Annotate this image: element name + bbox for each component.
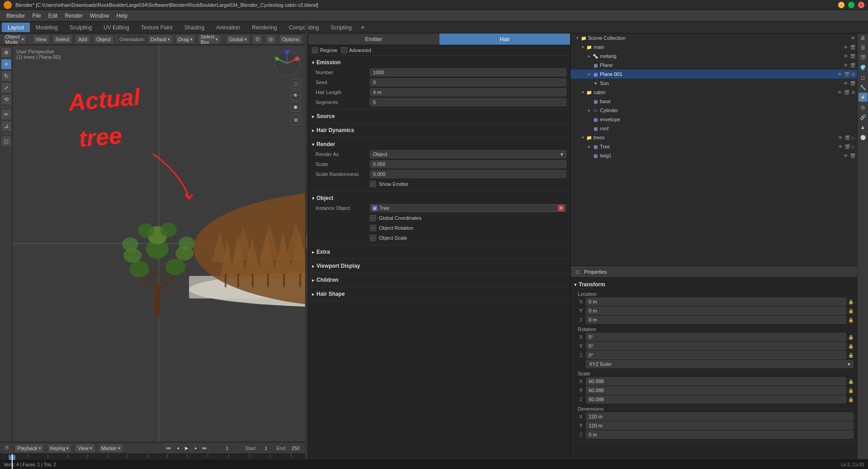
camera-view-btn[interactable]: 🎥 [291,79,301,89]
add-workspace-button[interactable]: + [358,23,368,33]
twig1-toggle[interactable] [586,152,592,159]
playback-menu[interactable]: Playback [14,444,44,453]
render-title[interactable]: Render [308,139,570,149]
hair-shape-title[interactable]: ▸ Hair Shape [308,289,570,299]
scene-col-toggle[interactable]: ▾ [574,35,580,41]
outliner-scene-collection[interactable]: ▾ 📁 Scene Collection 👁 [571,33,857,43]
tab-texture-paint[interactable]: Texture Paint [135,23,179,32]
current-frame-input[interactable]: 1 [219,444,235,452]
regrow-check-row[interactable]: Regrow [312,47,337,53]
rot-x-lock[interactable]: 🔒 [848,335,854,340]
scale-z-input[interactable]: 60.088 [586,395,846,403]
loc-x-input[interactable]: 0 m [586,298,846,306]
dim-z-input[interactable]: 0 m [586,431,854,439]
regrow-checkbox[interactable] [312,47,318,53]
tab-shading[interactable]: Shading [179,23,210,32]
timeline-view-menu[interactable]: View [75,444,95,453]
snapping-button[interactable]: ⊙ [252,35,263,44]
tab-compositing[interactable]: Compositing [283,23,325,32]
rot-x-input[interactable]: 0° [586,333,846,341]
timeline-type-btn[interactable]: ⏱ [3,444,11,452]
constraints-icon[interactable]: 🔗 [859,113,868,122]
tab-scripting[interactable]: Scripting [325,23,358,32]
transform-section-title[interactable]: Transform [571,280,857,289]
tab-rendering[interactable]: Rendering [246,23,283,32]
jump-start-btn[interactable]: ⏮ [165,444,173,452]
tab-layout[interactable]: Layout [2,23,30,32]
world-props-icon[interactable]: 🌍 [859,63,868,72]
tree-toggle[interactable]: ▸ [586,143,592,150]
env-toggle[interactable] [586,116,592,123]
outliner-plane[interactable]: ▦ Plane 👁 🎬 [571,61,857,70]
outliner-metarig[interactable]: ▸ 🦴 metarig 👁 🎬 [571,52,857,61]
show-emitter-checkbox[interactable] [370,181,376,187]
rot-z-lock[interactable]: 🔒 [848,353,854,358]
scale-x-input[interactable]: 60.088 [586,377,846,385]
advanced-checkbox[interactable] [341,47,347,53]
minimize-button[interactable]: ─ [838,2,844,8]
main-toggle[interactable]: ▾ [580,44,586,50]
panel-resize-strip[interactable] [305,22,308,459]
orientation-selector[interactable]: Default [148,35,173,44]
seed-input[interactable]: 0 [370,78,566,86]
cabin-toggle[interactable]: ▾ [580,89,586,95]
children-title[interactable]: ▸ Children [308,275,570,285]
end-frame-input[interactable]: 250 [289,444,302,452]
proportional-btn[interactable]: ◎ [265,35,276,44]
close-button[interactable]: ✕ [858,2,864,8]
loc-y-lock[interactable]: 🔒 [848,308,854,313]
tab-animation[interactable]: Animation [210,23,246,32]
loc-z-lock[interactable]: 🔒 [848,317,854,322]
add-cube-tool[interactable]: ◻ [1,136,12,147]
emitter-tab[interactable]: Emitter [308,33,439,45]
rotate-tool[interactable]: ↻ [1,71,12,81]
advanced-check-row[interactable]: Advanced [341,47,371,53]
tab-modeling[interactable]: Modeling [30,23,64,32]
hair-length-input[interactable]: 4 m [370,88,566,96]
menu-blender[interactable]: Blender [3,12,28,20]
dim-y-input[interactable]: 120 m [586,422,854,430]
menu-edit[interactable]: Edit [45,12,61,20]
roof-toggle[interactable] [586,125,592,132]
play-btn[interactable]: ▶ [183,444,191,452]
outliner-cabin[interactable]: ▾ 📁 cabin 👁 🎬 ⚙ [571,88,857,97]
marker-menu[interactable]: Marker [99,444,123,453]
zoom-to-fit-btn[interactable]: ⊞ [291,115,301,125]
scale-tool[interactable]: ⤢ [1,82,12,93]
outliner-content[interactable]: ▾ 📁 Scene Collection 👁 ▾ 📁 main 👁 🎬 ▸ 🦴 … [571,33,857,265]
physics-props-icon[interactable]: ◎ [859,103,868,112]
trees-toggle[interactable]: ▾ [580,134,586,141]
annotate-tool[interactable]: ✏ [1,109,12,120]
select-menu[interactable]: Select [52,35,73,44]
outliner-envelope[interactable]: ▦ envelope [571,115,857,124]
view-layer-icon[interactable]: ☰ [859,43,868,52]
euler-mode-selector[interactable]: XYZ Euler ▾ [586,360,854,368]
outliner-base[interactable]: ▦ base [571,97,857,106]
scale-y-input[interactable]: 60.088 [586,386,846,394]
obj-rot-checkbox[interactable] [370,225,376,231]
object-props-icon[interactable]: ◻ [859,73,868,82]
plane001-toggle[interactable]: ▸ [586,71,592,77]
scene-props-icon[interactable]: 🎬 [859,53,868,62]
start-frame-input[interactable]: 1 [259,444,273,452]
cursor-tool[interactable]: ⊕ [1,47,12,58]
outliner-trees-col[interactable]: ▾ 📁 trees 👁 🎬 ▷ [571,133,857,142]
drag-selector[interactable]: Drag [175,35,195,44]
maximize-button[interactable]: □ [848,2,854,8]
measure-tool[interactable]: ⊿ [1,121,12,132]
material-props-icon[interactable]: ⬤ [859,133,868,142]
menu-render[interactable]: Render [61,12,86,20]
emission-title[interactable]: Emission [308,57,570,67]
jump-end-btn[interactable]: ⏭ [201,444,209,452]
obj-scale-checkbox[interactable] [370,235,376,241]
viewport-gizmo[interactable]: X Z Y [274,50,301,77]
particle-props-icon[interactable]: ⚡ [859,93,868,102]
object-section-title[interactable]: Object [308,193,570,203]
render-view-btn[interactable]: 👁 [291,90,301,100]
inst-obj-field[interactable]: ▦ Tree ✕ [370,204,566,212]
props-type-icon[interactable]: ◻ [573,268,581,276]
view-menu[interactable]: View [33,35,50,44]
hair-dyn-title[interactable]: ▸ Hair Dynamics [308,125,570,135]
loc-z-input[interactable]: 0 m [586,316,846,324]
output-props-icon[interactable]: 🖨 [859,33,868,42]
